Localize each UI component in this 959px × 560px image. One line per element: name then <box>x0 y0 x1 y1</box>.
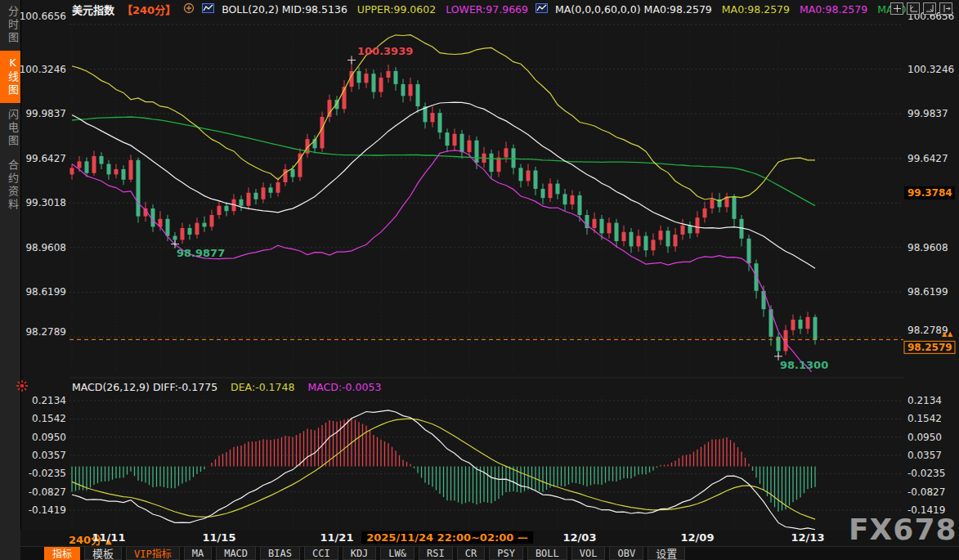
svg-text:99.6427: 99.6427 <box>25 153 66 164</box>
svg-text:0.2134: 0.2134 <box>32 395 66 406</box>
svg-text:-0.0827: -0.0827 <box>907 486 945 498</box>
svg-text:0.1542: 0.1542 <box>907 413 942 424</box>
boll-legend-seg-1: BOLL(20,2) MID:98.5136 <box>222 3 347 16</box>
ma-legend-seg-3: MA0:98.2579 <box>800 3 867 16</box>
alert-starburst-icon <box>16 379 29 395</box>
boll-mid-line <box>72 102 815 268</box>
axis-scale-right-icon[interactable] <box>923 2 936 15</box>
left-sidebar: 分时图K线图闪电图合约资料 <box>0 0 21 560</box>
sidebar-tab-1[interactable]: 分时图 <box>0 0 20 51</box>
boll-indicator-icon[interactable] <box>202 3 214 16</box>
boll-lower-line <box>72 150 815 377</box>
grid <box>69 25 903 528</box>
toolbar-button-模板[interactable]: 模板 <box>84 547 122 560</box>
circle-plus-icon[interactable] <box>183 2 195 16</box>
macd-legend: MACD(26,12,9) DIFF:-0.1775DEA:-0.1748MAC… <box>72 381 381 393</box>
svg-text:0.0357: 0.0357 <box>907 450 942 461</box>
svg-text:98.9608: 98.9608 <box>25 242 66 253</box>
period-label: 【240分】 <box>122 2 176 17</box>
candles <box>70 60 818 356</box>
x-tick-1213: 12/13 <box>791 531 825 544</box>
svg-text:98.2579: 98.2579 <box>907 342 952 353</box>
svg-text:99.9837: 99.9837 <box>25 108 66 119</box>
toolbar-button-设置[interactable]: 设置 <box>648 547 685 560</box>
macd-histogram <box>72 418 815 512</box>
toolbar-button-LW&[interactable]: LW& <box>380 547 415 560</box>
price-markers: 100.393998.987798.1300 <box>171 45 828 370</box>
chart-surface[interactable]: 100.6656100.6656100.3246100.324699.98379… <box>20 0 959 530</box>
svg-text:-0.1419: -0.1419 <box>29 504 66 516</box>
boll-legend-seg-2: UPPER:99.0602 <box>357 3 436 16</box>
toolbar-button-指标[interactable]: 指标 <box>44 547 80 560</box>
x-tick-2025112422000200: 2025/11/24 22:00~02:00 — <box>361 531 533 544</box>
x-tick-1203: 12/03 <box>563 531 597 544</box>
svg-text:▲: ▲ <box>948 330 953 338</box>
svg-text:98.6199: 98.6199 <box>907 286 948 298</box>
macd-legend-seg-2: DEA:-0.1748 <box>231 381 294 393</box>
svg-text:0.0950: 0.0950 <box>907 432 942 443</box>
toolbar-button-VOL[interactable]: VOL <box>571 547 606 560</box>
indicator-toolbar: 指标模板VIP指标MAMACDBIASCCIKDJLW&RSICRPSYBOLL… <box>20 546 959 560</box>
svg-text:0.1542: 0.1542 <box>32 413 66 424</box>
axis-labels: 100.6656100.6656100.3246100.324699.98379… <box>20 11 954 516</box>
svg-text:0.0357: 0.0357 <box>32 450 66 461</box>
svg-text:98.1300: 98.1300 <box>780 359 828 371</box>
svg-text:▲: ▲ <box>942 330 948 338</box>
toolbar-button-KDJ[interactable]: KDJ <box>343 547 377 560</box>
x-tick-1115: 11/15 <box>203 531 236 544</box>
svg-text:98.2789: 98.2789 <box>25 326 66 338</box>
boll-upper-line <box>72 35 815 201</box>
svg-text:99.3018: 99.3018 <box>25 197 66 208</box>
svg-text:0.0950: 0.0950 <box>32 432 66 443</box>
current-price-line: ▲▲98.2579 <box>69 330 955 353</box>
ma-legend-seg-1: MA(0,0,0,60,0,0) MA0:98.2579 <box>555 3 712 16</box>
ma60-line <box>72 117 815 206</box>
shift-right-icon[interactable] <box>939 2 952 15</box>
sidebar-tab-3[interactable]: 闪电图 <box>0 103 20 154</box>
boll-legend: BOLL(20,2) MID:98.5136UPPER:99.0602LOWER… <box>222 3 528 16</box>
toolbar-button-BIAS[interactable]: BIAS <box>260 547 300 560</box>
right-axis-tiles: 99.3784 <box>904 186 955 199</box>
svg-text:98.9877: 98.9877 <box>177 247 225 259</box>
svg-text:100.3246: 100.3246 <box>907 64 954 75</box>
toolbar-button-CCI[interactable]: CCI <box>304 547 338 560</box>
toolbar-button-RSI[interactable]: RSI <box>419 547 453 560</box>
chart-tools <box>890 2 952 15</box>
svg-text:98.9608: 98.9608 <box>907 242 948 253</box>
macd-legend-seg-1: MACD(26,12,9) DIFF:-0.1775 <box>72 381 217 393</box>
svg-text:98.6199: 98.6199 <box>25 286 66 298</box>
svg-text:0.2134: 0.2134 <box>907 395 942 406</box>
ma-indicator-icon[interactable] <box>536 3 548 16</box>
toolbar-button-MA[interactable]: MA <box>184 547 212 560</box>
ma-legend-seg-2: MA0:98.2579 <box>722 3 790 16</box>
toolbar-button-BOLL[interactable]: BOLL <box>527 547 567 560</box>
crosshair-move-icon[interactable] <box>890 2 903 15</box>
boll-legend-seg-3: LOWER:97.9669 <box>446 3 528 16</box>
symbol-name: 美元指数 <box>72 2 114 17</box>
trading-app-window: 分时图K线图闪电图合约资料 美元指数 【240分】 BOLL(20,2) MID… <box>0 0 959 560</box>
toolbar-button-MACD[interactable]: MACD <box>216 547 256 560</box>
svg-text:-0.0235: -0.0235 <box>29 468 66 479</box>
sidebar-tab-2[interactable]: K线图 <box>0 51 20 103</box>
x-tick-1111: 11/11 <box>92 531 126 544</box>
svg-text:-0.0827: -0.0827 <box>29 486 66 498</box>
sidebar-tab-4[interactable]: 合约资料 <box>0 154 20 217</box>
svg-text:99.9837: 99.9837 <box>907 108 948 119</box>
watermark: FX678 <box>849 513 957 546</box>
x-tick-1209: 12/09 <box>681 531 715 544</box>
toolbar-button-PSY[interactable]: PSY <box>489 547 523 560</box>
svg-text:100.3246: 100.3246 <box>20 64 66 75</box>
chart-header: 美元指数 【240分】 BOLL(20,2) MID:98.5136UPPER:… <box>20 0 959 18</box>
macd-legend-seg-3: MACD:-0.0053 <box>307 381 381 393</box>
ma-legend: MA(0,0,0,60,0,0) MA0:98.2579MA0:98.2579M… <box>555 3 916 16</box>
axis-scale-left-icon[interactable] <box>907 2 920 15</box>
toolbar-button-VIP指标[interactable]: VIP指标 <box>126 547 180 560</box>
svg-text:100.3939: 100.3939 <box>357 45 413 57</box>
svg-text:99.6427: 99.6427 <box>907 153 948 164</box>
x-tick-1121: 11/21 <box>320 531 354 544</box>
toolbar-button-CR[interactable]: CR <box>457 547 485 560</box>
time-axis: 240分 ▲ 11/1111/1511/212025/11/24 22:00~0… <box>20 530 959 546</box>
svg-text:99.3784: 99.3784 <box>907 187 952 199</box>
toolbar-button-OBV[interactable]: OBV <box>609 547 643 560</box>
svg-text:-0.0235: -0.0235 <box>907 468 945 479</box>
